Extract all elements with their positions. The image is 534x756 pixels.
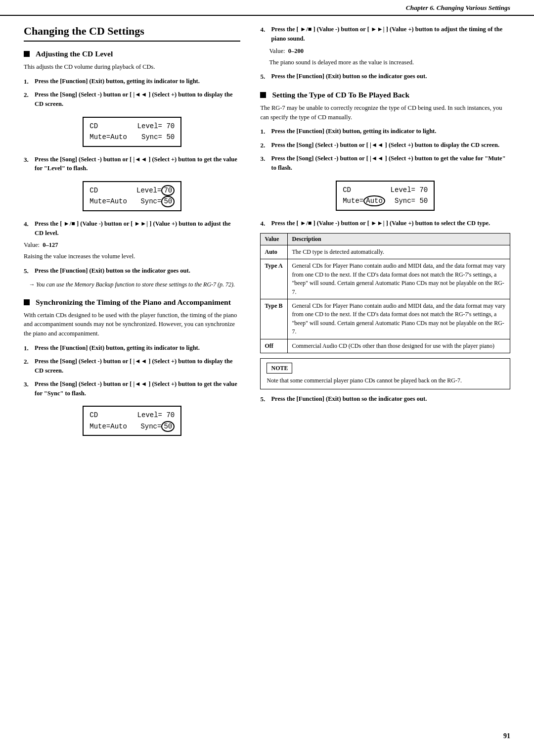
step-number: 2. (24, 357, 33, 367)
step-number: 4. (24, 219, 33, 229)
lcd-box-2: CD Level=70 Mute=Auto Sync=50 (83, 181, 181, 211)
lcd-display-1: CD Level= 70 Mute=Auto Sync= 50 (24, 113, 240, 151)
step-number: 3. (24, 379, 33, 389)
page-container: Chapter 6. Changing Various Settings Cha… (0, 0, 534, 756)
lcd-line-1: CD Level= 70 (89, 410, 175, 421)
step-number: 3. (24, 155, 33, 165)
lcd-left: CD (343, 185, 351, 195)
step-item: 3. Press the [Song] (Select -) button or… (24, 379, 240, 398)
value-range: 0–200 (288, 47, 304, 54)
table-cell-desc: General CDs for Player Piano contain aud… (288, 299, 510, 339)
step-item: 3. Press the [Song] (Select -) button or… (24, 155, 240, 174)
step-number: 5. (260, 394, 269, 404)
col-header-description: Description (288, 234, 510, 245)
step-number: 5. (24, 266, 33, 276)
step-item: 5. Press the [Function] (Exit) button so… (260, 72, 510, 82)
section2-right-steps: 4. Press the [ ►/■ ] (Value -) button or… (260, 25, 510, 44)
lcd-box-3: CD Level= 70 Mute=Auto Sync=50 (83, 406, 181, 436)
step-number: 1. (260, 127, 269, 137)
section3-step4: 4. Press the [ ►/■ ] (Value -) button or… (260, 219, 510, 229)
table-cell-value: Auto (261, 245, 288, 259)
right-column: 4. Press the [ ►/■ ] (Value -) button or… (252, 25, 510, 444)
table-cell-desc: Commercial Audio CD (CDs other than thos… (288, 339, 510, 353)
lcd-display-3: CD Level= 70 Mute=Auto Sync=50 (24, 402, 240, 440)
lcd-left: CD (89, 410, 98, 421)
step-number: 4. (260, 25, 269, 35)
lcd-left: Mute=Auto (89, 421, 127, 432)
lcd-right: Level= 70 (391, 185, 428, 195)
lcd-highlight: Auto (363, 195, 385, 206)
step-item: 3. Press the [Song] (Select -) button or… (260, 154, 510, 173)
section2-continued: 4. Press the [ ►/■ ] (Value -) button or… (260, 25, 510, 82)
lcd-left: Mute=Auto (89, 196, 127, 207)
step-number: 4. (260, 219, 269, 229)
step-item: 4. Press the [ ►/■ ] (Value -) button or… (260, 219, 510, 229)
value-note: The piano sound is delayed more as the v… (269, 58, 510, 67)
step-number: 3. (260, 154, 269, 164)
step-number: 1. (24, 77, 33, 87)
section2-steps: 1. Press the [Function] (Exit) button, g… (24, 343, 240, 398)
step-text: Press the [ ►/■ ] (Value -) button or [ … (35, 219, 240, 238)
section2-heading: Synchronizing the Timing of the Piano an… (24, 298, 240, 307)
step-text: Press the [Function] (Exit) button so th… (271, 394, 510, 404)
section-synchronizing: Synchronizing the Timing of the Piano an… (24, 298, 240, 440)
step-number: 5. (260, 72, 269, 82)
lcd-display-4: CD Level= 70 Mute=Auto Sync= 50 (260, 177, 510, 215)
section2-step5: 5. Press the [Function] (Exit) button so… (260, 72, 510, 82)
section-square-icon (24, 299, 30, 305)
table-cell-desc: General CDs for Player Piano contain aud… (288, 259, 510, 299)
lcd-highlight: 50 (161, 196, 175, 207)
arrow-note: → You can use the Memory Backup function… (29, 280, 240, 289)
section3-heading: Setting the Type of CD To Be Played Back (260, 91, 510, 99)
step-number: 1. (24, 343, 33, 353)
page-title: Changing the CD Settings (24, 25, 240, 42)
value-note: Raising the value increases the volume l… (24, 252, 240, 261)
lcd-left-2: Mute=Auto (89, 132, 127, 142)
step-text: Press the [ ►/■ ] (Value -) button or [ … (271, 25, 510, 44)
lcd-right: Sync= 50 (395, 195, 428, 206)
lcd-right: Level= 70 (137, 410, 175, 421)
chapter-title: Chapter 6. Changing Various Settings (406, 4, 510, 11)
lcd-right-2: Sync= 50 (141, 132, 175, 142)
table-cell-desc: The CD type is detected automatically. (288, 245, 510, 259)
lcd-right: Sync=50 (140, 196, 175, 207)
step-item: 2. Press the [Song] (Select -) button or… (24, 357, 240, 376)
table-head: Value Description (261, 234, 510, 245)
step-text: Press the [Song] (Select -) button or [ … (35, 379, 240, 398)
step-text: Press the [Function] (Exit) button so th… (271, 72, 510, 81)
lcd-line-2: Mute=Auto Sync=50 (89, 196, 175, 207)
section1-heading: Adjusting the CD Level (24, 49, 240, 58)
col-header-value: Value (261, 234, 288, 245)
note-label: NOTE (267, 363, 292, 374)
step-number: 2. (24, 90, 33, 100)
table-row: Type A General CDs for Player Piano cont… (261, 259, 510, 299)
lcd-box-1: CD Level= 70 Mute=Auto Sync= 50 (83, 117, 181, 147)
value-range-line: Value: 0–127 (24, 241, 240, 249)
section3-step5: 5. Press the [Function] (Exit) button so… (260, 394, 510, 404)
section1-steps: 1. Press the [Function] (Exit) button, g… (24, 77, 240, 109)
step-text: Press the [Function] (Exit) button so th… (35, 266, 240, 276)
lcd-line-2: Mute=Auto Sync= 50 (89, 132, 175, 142)
step-text: Press the [Song] (Select -) button or [ … (35, 357, 240, 376)
section2-intro: With certain CDs designed to be used wit… (24, 311, 240, 338)
section-adjusting-cd-level: Adjusting the CD Level This adjusts the … (24, 49, 240, 289)
lcd-line-2: Mute=Auto Sync= 50 (343, 195, 428, 206)
step-text: Press the [Song] (Select -) button or [ … (271, 154, 510, 173)
section-square-icon (24, 51, 30, 57)
step-item: 1. Press the [Function] (Exit) button, g… (24, 77, 240, 87)
step-text: Press the [Song] (Select -) button or [ … (35, 155, 240, 174)
lcd-line-1: CD Level= 70 (343, 185, 428, 195)
lcd-highlight: 50 (161, 421, 175, 432)
lcd-line-1: CD Level=70 (89, 185, 175, 196)
cd-type-table: Value Description Auto The CD type is de… (260, 233, 510, 353)
value-range-line: Value: 0–200 (269, 47, 510, 55)
lcd-highlight: 70 (161, 185, 175, 196)
step-item: 5. Press the [Function] (Exit) button so… (260, 394, 510, 404)
section-cd-type: Setting the Type of CD To Be Played Back… (260, 91, 510, 404)
step-item: 4. Press the [ ►/■ ] (Value -) button or… (260, 25, 510, 44)
step-item: 4. Press the [ ►/■ ] (Value -) button or… (24, 219, 240, 238)
section1-intro: This adjusts the CD volume during playba… (24, 62, 240, 72)
step-text: Press the [Function] (Exit) button, gett… (35, 77, 240, 86)
lcd-left-1: CD (89, 121, 98, 132)
section1-steps-2: 3. Press the [Song] (Select -) button or… (24, 155, 240, 174)
